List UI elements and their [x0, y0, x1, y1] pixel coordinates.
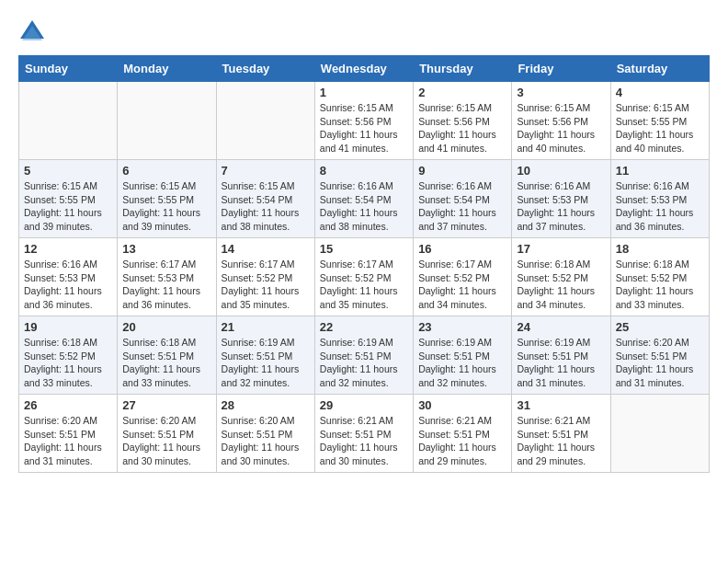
day-info: Sunrise: 6:15 AMSunset: 5:54 PMDaylight:…	[222, 179, 310, 234]
calendar-cell: 8Sunrise: 6:16 AMSunset: 5:54 PMDaylight…	[314, 160, 413, 238]
day-number: 1	[320, 86, 408, 99]
calendar-cell: 4Sunrise: 6:15 AMSunset: 5:55 PMDaylight…	[610, 82, 709, 160]
day-info: Sunrise: 6:17 AMSunset: 5:52 PMDaylight:…	[418, 258, 506, 312]
calendar-week-2: 5Sunrise: 6:15 AMSunset: 5:55 PMDaylight…	[19, 160, 710, 238]
calendar-cell: 19Sunrise: 6:18 AMSunset: 5:52 PMDayligh…	[19, 316, 118, 395]
calendar-cell: 18Sunrise: 6:18 AMSunset: 5:52 PMDayligh…	[610, 238, 709, 316]
calendar-cell: 30Sunrise: 6:21 AMSunset: 5:51 PMDayligh…	[414, 395, 512, 473]
day-info: Sunrise: 6:15 AMSunset: 5:55 PMDaylight:…	[616, 101, 704, 155]
day-number: 4	[616, 86, 704, 99]
day-info: Sunrise: 6:19 AMSunset: 5:51 PMDaylight:…	[418, 336, 506, 390]
day-number: 18	[616, 242, 704, 256]
day-info: Sunrise: 6:18 AMSunset: 5:52 PMDaylight:…	[616, 258, 704, 312]
day-number: 10	[517, 164, 605, 178]
day-info: Sunrise: 6:21 AMSunset: 5:51 PMDaylight:…	[320, 414, 408, 468]
day-number: 19	[24, 320, 112, 334]
day-header-friday: Friday	[512, 56, 610, 82]
day-number: 30	[418, 398, 506, 412]
calendar-cell: 10Sunrise: 6:16 AMSunset: 5:53 PMDayligh…	[512, 160, 610, 238]
calendar-cell: 6Sunrise: 6:15 AMSunset: 5:55 PMDaylight…	[118, 160, 216, 238]
day-number: 6	[122, 164, 210, 178]
calendar-week-3: 12Sunrise: 6:16 AMSunset: 5:53 PMDayligh…	[19, 238, 710, 316]
calendar-cell: 27Sunrise: 6:20 AMSunset: 5:51 PMDayligh…	[118, 395, 216, 473]
day-number: 3	[517, 86, 605, 99]
calendar-cell: 2Sunrise: 6:15 AMSunset: 5:56 PMDaylight…	[414, 82, 512, 160]
day-info: Sunrise: 6:19 AMSunset: 5:51 PMDaylight:…	[222, 336, 310, 390]
calendar-cell: 26Sunrise: 6:20 AMSunset: 5:51 PMDayligh…	[19, 395, 118, 473]
day-number: 14	[222, 242, 310, 256]
calendar-cell: 20Sunrise: 6:18 AMSunset: 5:51 PMDayligh…	[118, 316, 216, 395]
calendar-cell: 21Sunrise: 6:19 AMSunset: 5:51 PMDayligh…	[216, 316, 314, 395]
day-header-monday: Monday	[118, 56, 216, 82]
calendar-cell: 15Sunrise: 6:17 AMSunset: 5:52 PMDayligh…	[314, 238, 413, 316]
day-info: Sunrise: 6:16 AMSunset: 5:53 PMDaylight:…	[616, 179, 704, 234]
calendar-cell: 3Sunrise: 6:15 AMSunset: 5:56 PMDaylight…	[512, 82, 610, 160]
day-info: Sunrise: 6:16 AMSunset: 5:53 PMDaylight:…	[517, 179, 605, 234]
day-header-saturday: Saturday	[610, 56, 709, 82]
calendar-cell: 29Sunrise: 6:21 AMSunset: 5:51 PMDayligh…	[314, 395, 413, 473]
day-number: 11	[616, 164, 704, 178]
logo-icon	[18, 18, 46, 46]
calendar-cell	[118, 82, 216, 160]
day-info: Sunrise: 6:15 AMSunset: 5:55 PMDaylight:…	[24, 179, 112, 234]
calendar-week-1: 1Sunrise: 6:15 AMSunset: 5:56 PMDaylight…	[19, 82, 710, 160]
day-info: Sunrise: 6:19 AMSunset: 5:51 PMDaylight:…	[517, 336, 605, 390]
calendar-cell: 31Sunrise: 6:21 AMSunset: 5:51 PMDayligh…	[512, 395, 610, 473]
day-info: Sunrise: 6:17 AMSunset: 5:52 PMDaylight:…	[222, 258, 310, 312]
calendar-cell: 1Sunrise: 6:15 AMSunset: 5:56 PMDaylight…	[314, 82, 413, 160]
calendar-week-5: 26Sunrise: 6:20 AMSunset: 5:51 PMDayligh…	[19, 395, 710, 473]
day-number: 13	[122, 242, 210, 256]
calendar-week-4: 19Sunrise: 6:18 AMSunset: 5:52 PMDayligh…	[19, 316, 710, 395]
day-header-tuesday: Tuesday	[216, 56, 314, 82]
day-info: Sunrise: 6:20 AMSunset: 5:51 PMDaylight:…	[122, 414, 210, 468]
day-info: Sunrise: 6:15 AMSunset: 5:55 PMDaylight:…	[122, 179, 210, 234]
calendar-cell: 16Sunrise: 6:17 AMSunset: 5:52 PMDayligh…	[414, 238, 512, 316]
day-number: 23	[418, 320, 506, 334]
day-info: Sunrise: 6:20 AMSunset: 5:51 PMDaylight:…	[222, 414, 310, 468]
day-number: 26	[24, 398, 112, 412]
calendar-cell	[19, 82, 118, 160]
calendar: SundayMondayTuesdayWednesdayThursdayFrid…	[18, 55, 710, 473]
day-info: Sunrise: 6:16 AMSunset: 5:53 PMDaylight:…	[24, 258, 112, 312]
day-number: 25	[616, 320, 704, 334]
day-info: Sunrise: 6:21 AMSunset: 5:51 PMDaylight:…	[418, 414, 506, 468]
day-number: 7	[222, 164, 310, 178]
day-number: 12	[24, 242, 112, 256]
logo	[18, 18, 50, 46]
day-number: 15	[320, 242, 408, 256]
day-info: Sunrise: 6:15 AMSunset: 5:56 PMDaylight:…	[320, 101, 408, 155]
day-info: Sunrise: 6:15 AMSunset: 5:56 PMDaylight:…	[517, 101, 605, 155]
day-number: 5	[24, 164, 112, 178]
day-info: Sunrise: 6:21 AMSunset: 5:51 PMDaylight:…	[517, 414, 605, 468]
day-info: Sunrise: 6:17 AMSunset: 5:53 PMDaylight:…	[122, 258, 210, 312]
day-info: Sunrise: 6:18 AMSunset: 5:51 PMDaylight:…	[122, 336, 210, 390]
calendar-cell	[216, 82, 314, 160]
day-info: Sunrise: 6:19 AMSunset: 5:51 PMDaylight:…	[320, 336, 408, 390]
page-header	[18, 18, 710, 46]
calendar-cell: 9Sunrise: 6:16 AMSunset: 5:54 PMDaylight…	[414, 160, 512, 238]
calendar-cell: 5Sunrise: 6:15 AMSunset: 5:55 PMDaylight…	[19, 160, 118, 238]
day-number: 8	[320, 164, 408, 178]
day-info: Sunrise: 6:18 AMSunset: 5:52 PMDaylight:…	[24, 336, 112, 390]
day-info: Sunrise: 6:20 AMSunset: 5:51 PMDaylight:…	[24, 414, 112, 468]
day-number: 28	[222, 398, 310, 412]
day-number: 9	[418, 164, 506, 178]
day-number: 27	[122, 398, 210, 412]
day-number: 2	[418, 86, 506, 99]
day-number: 16	[418, 242, 506, 256]
day-info: Sunrise: 6:20 AMSunset: 5:51 PMDaylight:…	[616, 336, 704, 390]
day-info: Sunrise: 6:18 AMSunset: 5:52 PMDaylight:…	[517, 258, 605, 312]
calendar-header-row: SundayMondayTuesdayWednesdayThursdayFrid…	[19, 56, 710, 82]
day-number: 24	[517, 320, 605, 334]
calendar-cell: 11Sunrise: 6:16 AMSunset: 5:53 PMDayligh…	[610, 160, 709, 238]
day-header-wednesday: Wednesday	[314, 56, 413, 82]
calendar-cell: 22Sunrise: 6:19 AMSunset: 5:51 PMDayligh…	[314, 316, 413, 395]
day-info: Sunrise: 6:15 AMSunset: 5:56 PMDaylight:…	[418, 101, 506, 155]
calendar-cell: 7Sunrise: 6:15 AMSunset: 5:54 PMDaylight…	[216, 160, 314, 238]
day-header-thursday: Thursday	[414, 56, 512, 82]
day-number: 17	[517, 242, 605, 256]
day-number: 20	[122, 320, 210, 334]
calendar-cell: 12Sunrise: 6:16 AMSunset: 5:53 PMDayligh…	[19, 238, 118, 316]
calendar-cell: 23Sunrise: 6:19 AMSunset: 5:51 PMDayligh…	[414, 316, 512, 395]
day-number: 29	[320, 398, 408, 412]
